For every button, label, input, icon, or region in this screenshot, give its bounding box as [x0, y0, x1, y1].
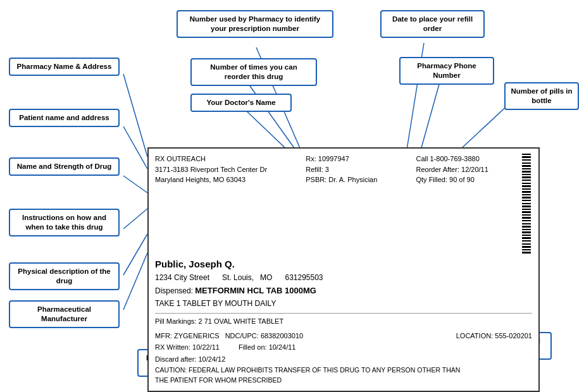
refill-count-label: Number of times you can reorder this dru…: [190, 58, 317, 86]
location-label: LOCATION:: [456, 332, 493, 340]
pharma-mfr-label: Pharmaceutical Manufacturer: [9, 300, 120, 328]
physical-desc-label: Physical description of the drug: [9, 262, 120, 290]
patient-address: 1234 City Street St. Louis, MO 631295503: [155, 272, 532, 283]
discard-date-val: 10/24/12: [198, 355, 225, 363]
patient-street: 1234 City Street: [155, 273, 209, 282]
pharmacy-info: RX OUTREACH 3171-3183 Riverport Tech Cen…: [155, 154, 267, 255]
svg-line-3: [123, 209, 147, 229]
rx-written-label-val: RX Written:: [155, 343, 190, 351]
ndc-value: 68382003010: [261, 332, 303, 340]
discard-label-val: Discard after:: [155, 355, 196, 363]
doctor-name-label: Your Doctor's Name: [190, 94, 292, 112]
patient-state: MO: [260, 273, 272, 282]
pill-markings-label: Pill Markings:: [155, 317, 196, 325]
mfr-info: MFR: ZYGENERICS NDC/UPC: 68382003010: [155, 331, 303, 341]
barcode-graphic: [522, 154, 531, 255]
location-value: 555-020201: [495, 332, 532, 340]
svg-line-2: [123, 176, 147, 193]
qty-value: Qty Filled: 90 of 90: [416, 176, 474, 183]
dispensed-label: Dispensed:: [155, 286, 193, 295]
patient-city: St. Louis,: [222, 273, 254, 282]
rx-written-date-val: 10/22/11: [192, 343, 220, 351]
pharmacy-name: RX OUTREACH: [155, 155, 206, 162]
refill-value: Refill: 3: [306, 166, 329, 173]
svg-line-5: [123, 253, 147, 310]
reorder-date-label: Date to place your refill order: [380, 10, 485, 38]
rx-number-label: Number used by Pharmacy to identify your…: [177, 10, 333, 38]
svg-line-4: [123, 234, 147, 275]
ndc-label: NDC/UPC:: [225, 332, 259, 340]
pill-markings-line: Pill Markings: 2 71 OVAL WHITE TABLET: [155, 316, 532, 327]
rx-number-value: Rx: 10997947: [306, 155, 349, 162]
pharmacy-name-label: Pharmacy Name & Address: [9, 58, 120, 76]
filled-on-row: Filled on: 10/24/11: [239, 342, 296, 353]
filled-date-val: 10/24/11: [269, 343, 296, 351]
pill-markings-value: 2 71 OVAL WHITE TABLET: [198, 317, 283, 325]
patient-name-label: Patient name and address: [9, 109, 120, 127]
reorder-value: Reorder After: 12/20/11: [416, 166, 488, 173]
patient-zip: 631295503: [285, 273, 323, 282]
drug-name-label: Name and Strength of Drug: [9, 157, 120, 176]
discard-row: Discard after: 10/24/12: [155, 354, 532, 365]
phone-value: Call 1-800-769-3880: [416, 155, 479, 162]
mfr-label: MFR:: [155, 332, 172, 340]
psbr-value: PSBR: Dr. A. Physician: [306, 176, 377, 183]
pharmacy-address: 3171-3183 Riverport Tech Center Dr: [155, 166, 267, 173]
filled-label-val: Filled on:: [239, 343, 267, 351]
drug-name-value: METFORMIN HCL TAB 1000MG: [195, 286, 316, 295]
bottom-info: MFR: ZYGENERICS NDC/UPC: 68382003010 LOC…: [155, 331, 532, 341]
pharmacy-city: Maryland Heights, MO 63043: [155, 176, 245, 183]
written-filled-row: RX Written: 10/22/11 Filled on: 10/24/11: [155, 342, 532, 353]
caution-line2: THE PATIENT FOR WHOM PRESCRIBED: [155, 376, 532, 386]
pharmacy-phone-label: Pharmacy Phone Number: [399, 57, 494, 85]
caution-line1: CAUTION: FEDERAL LAW PROHIBITS TRANSFER …: [155, 365, 532, 376]
rx-info-right: Call 1-800-769-3880 Reorder After: 12/20…: [403, 154, 488, 255]
rx-written-row: RX Written: 10/22/11: [155, 342, 220, 353]
location-info: LOCATION: 555-020201: [456, 331, 532, 341]
svg-line-0: [123, 74, 147, 157]
patient-name-value: Public, Joseph Q.: [155, 257, 532, 272]
dispensed-line: Dispensed: METFORMIN HCL TAB 1000MG: [155, 285, 532, 297]
rx-info-center: Rx: 10997947 Refill: 3 PSBR: Dr. A. Phys…: [293, 154, 377, 255]
sig-line: TAKE 1 TABLET BY MOUTH DAILY: [155, 298, 532, 309]
svg-line-1: [123, 126, 147, 169]
instructions-label: Instructions on how and when to take thi…: [9, 209, 120, 236]
prescription-label: RX OUTREACH 3171-3183 Riverport Tech Cen…: [147, 147, 540, 392]
pill-count-label: Number of pills in bottle: [504, 82, 579, 110]
barcode: [521, 154, 532, 255]
mfr-value: ZYGENERICS: [174, 332, 220, 340]
